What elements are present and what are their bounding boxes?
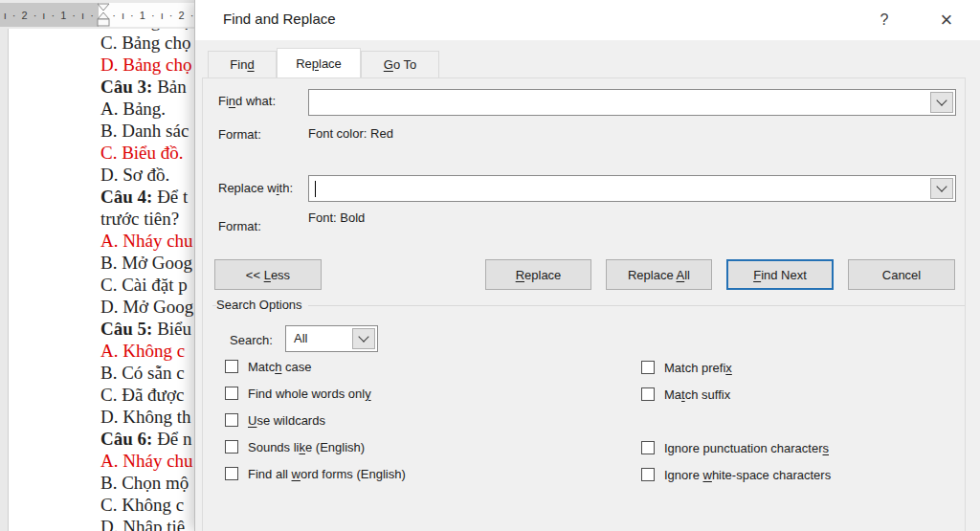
find-format-label: Format: xyxy=(218,127,261,142)
tab-replace[interactable]: Replace xyxy=(277,48,361,77)
chevron-down-icon xyxy=(358,331,368,342)
document-page[interactable]: B. Bảng chọC. Bảng chọD. Bảng chọCâu 3: … xyxy=(8,29,195,531)
doc-line: D. Nhập tiê xyxy=(100,516,193,531)
search-options-group-border xyxy=(212,305,965,306)
doc-line: A. Nháy chu xyxy=(100,450,193,472)
find-format-value: Font color: Red xyxy=(308,126,393,141)
doc-line: B. Có sẵn c xyxy=(100,362,193,384)
checkbox-box[interactable] xyxy=(225,467,238,480)
screen: ı · 2 · ı · 1 · ı · · ı · 1 · ı · 2 · B.… xyxy=(0,0,980,531)
text-cursor xyxy=(315,181,316,197)
checkbox-match-case[interactable]: Match case xyxy=(225,360,311,374)
doc-line: Câu 5: Biểu xyxy=(100,318,193,340)
doc-line: B. Chọn mộ xyxy=(100,472,193,494)
replace-with-label: Replace with: xyxy=(218,181,293,195)
doc-line: B. Mở Goog xyxy=(100,252,193,274)
doc-line: D. Không th xyxy=(100,406,193,428)
help-button[interactable]: ? xyxy=(868,6,901,34)
doc-line: D. Mở Goog xyxy=(100,296,193,318)
checkbox-ignore-punctuation[interactable]: Ignore punctuation characters xyxy=(641,441,829,455)
word-document-background: ı · 2 · ı · 1 · ı · · ı · 1 · ı · 2 · B.… xyxy=(0,0,194,531)
checkbox-find-all-word-forms[interactable]: Find all word forms (English) xyxy=(225,467,406,481)
doc-line: C. Biểu đồ. xyxy=(100,142,193,164)
chevron-down-icon xyxy=(936,181,947,191)
ruler-margin-marks: ı · 2 · ı · 1 · ı · xyxy=(0,3,99,27)
doc-line: Câu 6: Để n xyxy=(100,428,193,450)
close-icon[interactable]: × xyxy=(930,6,963,34)
checkbox-sounds-like[interactable]: Sounds like (English) xyxy=(225,440,365,454)
find-next-button[interactable]: Find Next xyxy=(726,259,834,290)
doc-line: D. Sơ đồ. xyxy=(100,164,193,186)
tab-go-to[interactable]: Go To xyxy=(361,51,439,77)
search-direction-label: Search: xyxy=(230,333,273,347)
search-options-group-label: Search Options xyxy=(216,298,308,312)
doc-line: C. Đã được xyxy=(100,384,193,406)
document-text: B. Bảng chọC. Bảng chọD. Bảng chọCâu 3: … xyxy=(100,29,193,531)
doc-line: Câu 3: Bản xyxy=(100,76,193,98)
checkbox-box[interactable] xyxy=(225,413,238,427)
search-direction-dropdown-button[interactable] xyxy=(352,328,375,349)
less-button[interactable]: << Less xyxy=(214,259,322,290)
find-what-label: Find what: xyxy=(218,94,276,108)
find-what-dropdown-button[interactable] xyxy=(930,92,953,113)
doc-line: A. Nháy chu xyxy=(100,230,193,252)
search-direction-value: All xyxy=(294,331,307,345)
dialog-titlebar: Find and Replace ? × xyxy=(195,0,980,40)
checkbox-box[interactable] xyxy=(641,387,655,401)
search-direction-select[interactable]: All xyxy=(285,325,378,352)
doc-line: B. Danh sác xyxy=(100,120,193,142)
replace-all-button[interactable]: Replace All xyxy=(606,259,712,290)
replace-format-label: Format: xyxy=(218,219,261,233)
indent-markers-icon[interactable] xyxy=(96,3,111,29)
checkbox-use-wildcards[interactable]: Use wildcards xyxy=(225,413,325,428)
checkbox-box[interactable] xyxy=(641,468,655,481)
replace-with-dropdown-button[interactable] xyxy=(930,178,953,199)
doc-line: C. Cài đặt p xyxy=(100,274,193,296)
doc-line: C. Không c xyxy=(100,494,193,516)
doc-line: trước tiên? xyxy=(100,208,193,230)
tab-panel: Find what: Format: Font color: Red Repla… xyxy=(202,77,966,531)
find-replace-dialog: Find and Replace ? × Find Replace Go To … xyxy=(194,0,980,531)
checkbox-ignore-whitespace[interactable]: Ignore white-space characters xyxy=(641,468,831,482)
checkbox-box[interactable] xyxy=(225,360,238,373)
horizontal-ruler: ı · 2 · ı · 1 · ı · · ı · 1 · ı · 2 · xyxy=(0,3,194,27)
checkbox-match-suffix[interactable]: Match suffix xyxy=(641,387,730,402)
checkbox-box[interactable] xyxy=(225,440,238,454)
replace-with-input[interactable] xyxy=(308,175,956,202)
checkbox-box[interactable] xyxy=(225,387,238,400)
doc-line: C. Bảng chọ xyxy=(100,32,193,54)
doc-line: D. Bảng chọ xyxy=(100,54,193,76)
tab-find[interactable]: Find xyxy=(208,51,277,77)
replace-format-value: Font: Bold xyxy=(308,210,365,225)
checkbox-box[interactable] xyxy=(641,441,655,454)
doc-line: A. Bảng. xyxy=(100,98,193,120)
checkbox-match-prefix[interactable]: Match prefix xyxy=(641,361,732,375)
ruler-marks: · ı · 1 · ı · 2 · xyxy=(113,3,194,27)
checkbox-box[interactable] xyxy=(641,361,655,374)
chevron-down-icon xyxy=(936,95,947,105)
doc-line: A. Không c xyxy=(100,340,193,362)
replace-button[interactable]: Replace xyxy=(485,259,591,290)
doc-line: Câu 4: Để t xyxy=(100,186,193,208)
find-what-input[interactable] xyxy=(308,89,956,116)
dialog-title: Find and Replace xyxy=(223,11,336,27)
cancel-button[interactable]: Cancel xyxy=(848,259,955,290)
checkbox-find-whole-words[interactable]: Find whole words only xyxy=(225,387,371,401)
